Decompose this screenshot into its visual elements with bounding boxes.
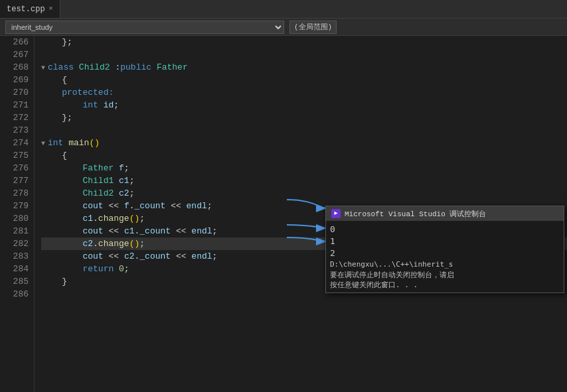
line-num: 284 <box>0 263 29 275</box>
tab-filename: test.cpp <box>7 5 45 14</box>
debug-console: ► Microsoft Visual Studio 调试控制台 0 1 2 D:… <box>325 206 564 293</box>
code-line: Child1 c1; <box>41 174 567 187</box>
code-line: Father f; <box>41 162 567 174</box>
line-num: 272 <box>0 111 29 124</box>
line-num: 279 <box>0 200 29 212</box>
scope-display: (全局范围) <box>289 21 337 34</box>
debug-title-bar: ► Microsoft Visual Studio 调试控制台 <box>326 206 564 221</box>
code-line: }; <box>41 111 567 124</box>
debug-body: 0 1 2 D:\chengxu\...\C++\inherit_s 要在调试停… <box>326 221 564 293</box>
line-num: 266 <box>0 36 29 48</box>
line-num: 280 <box>0 212 29 225</box>
line-num: 286 <box>0 288 29 300</box>
line-num: 268 <box>0 61 29 74</box>
code-line: }; <box>41 36 567 48</box>
line-num: 271 <box>0 99 29 111</box>
vs-icon: ► <box>331 209 341 218</box>
debug-path: D:\chengxu\...\C++\inherit_s <box>330 259 560 270</box>
code-line: protected: <box>41 86 567 99</box>
code-line: { <box>41 149 567 162</box>
line-num: 277 <box>0 174 29 187</box>
close-icon[interactable]: × <box>49 5 53 13</box>
line-num: 285 <box>0 275 29 288</box>
code-line: int id; <box>41 99 567 111</box>
line-num: 273 <box>0 124 29 137</box>
debug-title: Microsoft Visual Studio 调试控制台 <box>345 209 486 219</box>
file-tab[interactable]: test.cpp × <box>0 0 60 18</box>
line-num: 281 <box>0 225 29 237</box>
scope-dropdown[interactable]: inherit_study <box>5 21 284 34</box>
line-num: 282 <box>0 237 29 250</box>
debug-output-2: 2 <box>330 247 560 259</box>
line-num: 278 <box>0 187 29 200</box>
line-num: 283 <box>0 250 29 263</box>
line-numbers: 266 267 268 269 270 271 272 273 274 275 … <box>0 36 35 392</box>
code-line: Child2 c2; <box>41 187 567 200</box>
line-num: 270 <box>0 86 29 99</box>
code-line: ▼class Child2 :public Father <box>41 61 567 74</box>
debug-info-1: 要在调试停止时自动关闭控制台，请启 <box>330 270 560 280</box>
code-line: ▼int main() <box>41 137 567 149</box>
code-line: { <box>41 74 567 86</box>
line-num: 269 <box>0 74 29 86</box>
code-line <box>41 48 567 61</box>
line-num: 276 <box>0 162 29 174</box>
line-num: 275 <box>0 149 29 162</box>
line-num: 274 <box>0 137 29 149</box>
debug-info-2: 按任意键关闭此窗口. . . <box>330 280 560 290</box>
debug-output-1: 1 <box>330 235 560 247</box>
code-line <box>41 124 567 137</box>
toolbar-row: inherit_study (全局范围) <box>0 19 567 36</box>
debug-output-0: 0 <box>330 224 560 235</box>
line-num: 267 <box>0 48 29 61</box>
tab-bar: test.cpp × <box>0 0 567 19</box>
